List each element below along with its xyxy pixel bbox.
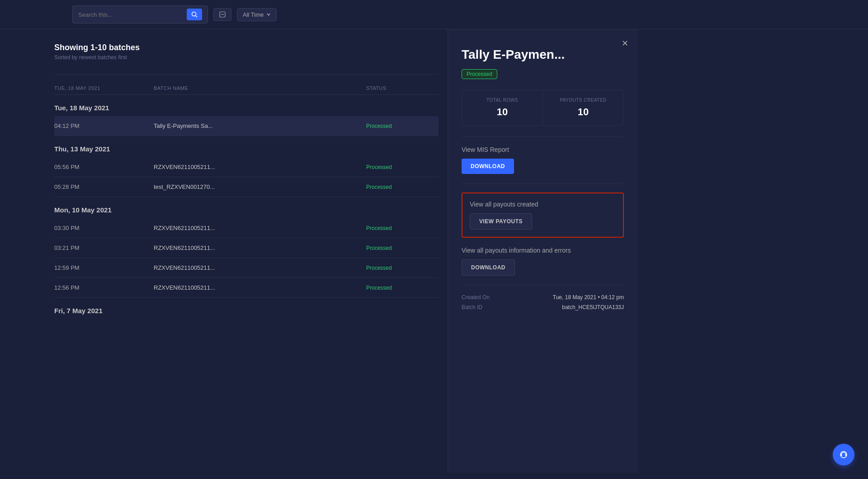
meta-created-on: Created On Tue, 18 May 2021 • 04:12 pm [462,294,624,301]
row-batch-name: RZXVEN6211005211... [154,284,366,291]
row-batch-name: Tally E-Payments Sa... [154,122,366,129]
sorted-label: Sorted by newest batches first [54,54,439,61]
view-payouts-info-label: View all payouts information and errors [462,247,624,254]
row-batch-name: RZXVEN6211005211... [154,244,366,251]
created-on-value: Tue, 18 May 2021 • 04:12 pm [553,294,624,301]
main-content: Showing 1-10 batches Sorted by newest ba… [0,29,868,472]
panel-divider-1 [462,136,624,137]
divider-top [54,74,439,75]
date-group-1: Tue, 18 May 2021 04:12 PM Tally E-Paymen… [54,95,439,136]
status-badge: Processed [366,245,439,251]
chevron-down-icon [266,12,271,17]
search-input[interactable] [78,11,187,18]
col-date: Tue, 18 May 2021 [54,85,154,91]
status-badge: Processed [366,225,439,231]
search-icon [191,11,198,18]
panel-divider-3 [462,285,624,285]
search-button[interactable] [187,9,202,20]
row-time: 03:21 PM [54,244,154,251]
row-time: 12:59 PM [54,264,154,271]
view-payouts-label: View all payouts created [470,201,616,208]
col-status: STATUS [366,85,439,91]
status-badge: Processed [366,164,439,170]
batch-list-header: Showing 1-10 batches Sorted by newest ba… [54,43,439,61]
meta-section: Created On Tue, 18 May 2021 • 04:12 pm B… [462,294,624,310]
export-button[interactable] [213,8,231,21]
table-row[interactable]: 03:30 PM RZXVEN6211005211... Processed [54,218,439,238]
panel-divider-2 [462,183,624,183]
payouts-created-label: PAYOUTS CREATED [552,98,614,103]
row-time: 04:12 PM [54,122,154,129]
status-badge: Processed [366,123,439,129]
row-time: 05:28 PM [54,183,154,190]
date-group-3: Mon, 10 May 2021 03:30 PM RZXVEN62110052… [54,197,439,298]
created-on-label: Created On [462,294,490,301]
svg-rect-5 [841,454,842,456]
batch-id-label: Batch ID [462,304,482,310]
processed-badge: Processed [462,69,497,79]
headphone-icon [839,450,848,459]
status-badge: Processed [366,285,439,291]
row-batch-name: RZXVEN6211005211... [154,164,366,170]
view-payouts-button[interactable]: VIEW PAYOUTS [470,213,532,230]
date-group-header-1: Tue, 18 May 2021 [54,95,439,116]
search-wrapper [72,5,208,23]
filter-button[interactable]: All Time [237,8,277,21]
download-button-2[interactable]: DOWNLOAD [462,259,515,276]
row-batch-name: RZXVEN6211005211... [154,225,366,231]
meta-batch-id: Batch ID batch_HCE5IJTQUA133J [462,304,624,310]
batch-list: Showing 1-10 batches Sorted by newest ba… [54,29,448,472]
date-group-4: Fri, 7 May 2021 [54,298,439,319]
date-group-header-4: Fri, 7 May 2021 [54,298,439,319]
table-row[interactable]: 12:56 PM RZXVEN6211005211... Processed [54,278,439,298]
stats-row: TOTAL ROWS 10 PAYOUTS CREATED 10 [462,90,624,126]
svg-point-0 [192,12,196,16]
export-icon [219,11,226,18]
table-row[interactable]: 03:21 PM RZXVEN6211005211... Processed [54,238,439,258]
filter-label: All Time [243,11,264,18]
status-badge: Processed [366,265,439,271]
batch-id-value: batch_HCE5IJTQUA133J [562,304,624,310]
top-bar: All Time [0,0,868,29]
svg-line-1 [196,16,198,18]
close-button[interactable]: ✕ [622,38,628,48]
row-time: 12:56 PM [54,284,154,291]
col-batch: BATCH NAME [154,85,366,91]
view-mis-label: View MIS Report [462,146,624,153]
showing-label: Showing 1-10 batches [54,43,439,52]
date-group-2: Thu, 13 May 2021 05:56 PM RZXVEN62110052… [54,136,439,197]
table-row[interactable]: 05:56 PM RZXVEN6211005211... Processed [54,157,439,177]
svg-rect-6 [845,454,847,456]
payouts-created-value: 10 [552,106,614,118]
row-time: 05:56 PM [54,164,154,170]
download-button-1[interactable]: DOWNLOAD [462,159,514,174]
status-badge: Processed [366,184,439,190]
stat-total-rows: TOTAL ROWS 10 [462,90,543,125]
row-time: 03:30 PM [54,225,154,231]
row-batch-name: test_RZXVEN001270... [154,183,366,190]
total-rows-label: TOTAL ROWS [471,98,533,103]
table-row[interactable]: 12:59 PM RZXVEN6211005211... Processed [54,258,439,278]
table-row[interactable]: 04:12 PM Tally E-Payments Sa... Processe… [54,116,439,136]
date-group-header-3: Mon, 10 May 2021 [54,197,439,218]
view-payouts-box: View all payouts created VIEW PAYOUTS [462,193,624,238]
support-button[interactable] [833,444,854,465]
stat-payouts-created: PAYOUTS CREATED 10 [543,90,623,125]
row-batch-name: RZXVEN6211005211... [154,264,366,271]
date-group-header-2: Thu, 13 May 2021 [54,136,439,157]
table-row[interactable]: 05:28 PM test_RZXVEN001270... Processed [54,177,439,197]
total-rows-value: 10 [471,106,533,118]
panel-title: Tally E-Paymen... [462,47,624,62]
detail-panel: ✕ Tally E-Paymen... Processed TOTAL ROWS… [448,29,637,472]
table-header: Tue, 18 May 2021 BATCH NAME STATUS [54,82,439,95]
